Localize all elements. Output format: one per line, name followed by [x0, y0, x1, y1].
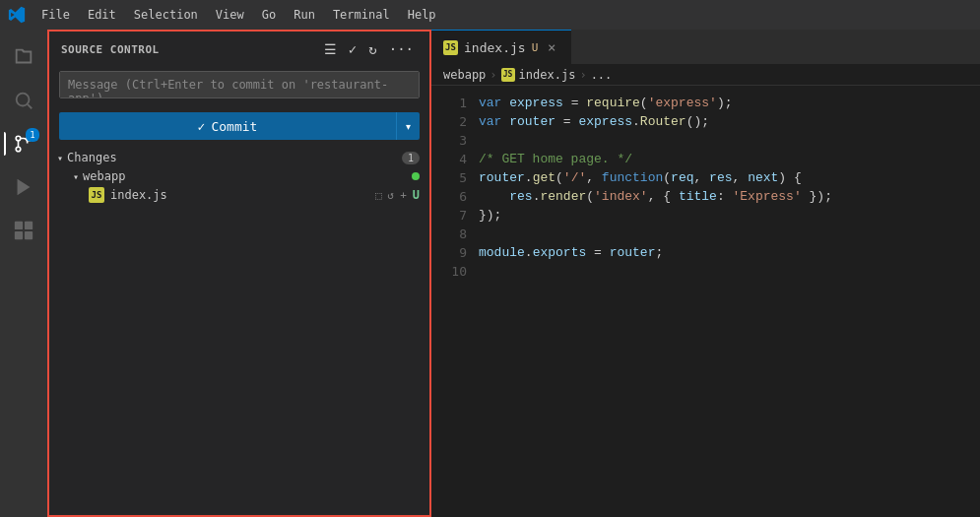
- menu-edit[interactable]: Edit: [80, 4, 124, 26]
- file-item-indexjs[interactable]: JS index.js ⬚ ↺ + U: [49, 185, 429, 205]
- tab-indexjs[interactable]: JS index.js U ×: [431, 30, 571, 64]
- menu-terminal[interactable]: Terminal: [325, 4, 398, 26]
- commit-button-label: Commit: [211, 119, 257, 134]
- extensions-activity-icon[interactable]: [4, 211, 43, 250]
- titlebar: File Edit Selection View Go Run Terminal…: [0, 0, 980, 30]
- commit-button[interactable]: ✓ Commit: [59, 112, 396, 140]
- webapp-folder-item[interactable]: ▾ webapp: [49, 167, 429, 185]
- menu-go[interactable]: Go: [254, 4, 284, 26]
- tab-js-icon: JS: [443, 40, 458, 55]
- stage-changes-icon[interactable]: +: [400, 189, 407, 202]
- code-line-7: });: [479, 206, 980, 225]
- commit-dropdown-button[interactable]: ▾: [396, 112, 420, 140]
- code-line-2: var router = express.Router();: [479, 112, 980, 131]
- file-item-left: JS index.js: [89, 187, 167, 203]
- tab-modified-badge: U: [532, 41, 539, 54]
- changes-count-badge: 1: [402, 152, 420, 164]
- svg-rect-9: [25, 231, 33, 239]
- breadcrumb-sep-1: ›: [490, 68, 496, 82]
- source-control-panel: SOURCE CONTROL ☰ ✓ ↻ ··· ✓ Commit ▾ ▾: [47, 30, 431, 517]
- sc-more-icon[interactable]: ···: [385, 39, 418, 59]
- message-area: [49, 67, 429, 106]
- run-activity-icon[interactable]: [4, 167, 43, 207]
- menu-view[interactable]: View: [208, 4, 252, 26]
- menu-run[interactable]: Run: [286, 4, 323, 26]
- commit-button-area: ✓ Commit ▾: [49, 106, 429, 146]
- svg-point-2: [16, 136, 21, 141]
- main-area: 1 SOURCE CONTROL ☰ ✓ ↻ ···: [0, 30, 980, 517]
- changes-chevron-icon: ▾: [57, 153, 63, 163]
- search-activity-icon[interactable]: [4, 81, 43, 120]
- webapp-status-dot: [412, 172, 420, 180]
- explorer-activity-icon[interactable]: [4, 37, 43, 77]
- changes-section: ▾ Changes 1 ▾ webapp JS index.js: [49, 146, 429, 207]
- source-control-header: SOURCE CONTROL ☰ ✓ ↻ ···: [49, 32, 429, 67]
- open-file-icon[interactable]: ⬚: [375, 189, 382, 202]
- code-line-10: [479, 262, 980, 281]
- discard-changes-icon[interactable]: ↺: [388, 189, 395, 202]
- commit-message-input[interactable]: [59, 71, 420, 98]
- code-editor: 1 2 3 4 5 6 7 8 9 10 var express = requi…: [431, 86, 980, 517]
- svg-line-1: [28, 104, 32, 108]
- code-line-3: [479, 131, 980, 150]
- svg-rect-7: [25, 222, 33, 229]
- code-content: var express = require('express'); var ro…: [479, 94, 980, 509]
- menu-file[interactable]: File: [33, 4, 78, 26]
- svg-point-0: [17, 94, 30, 106]
- code-line-4: /* GET home page. */: [479, 150, 980, 168]
- tab-close-button[interactable]: ×: [544, 39, 559, 55]
- breadcrumb-webapp[interactable]: webapp: [443, 68, 486, 82]
- changes-label: Changes: [67, 151, 117, 164]
- menu-bar: File Edit Selection View Go Run Terminal…: [33, 4, 444, 26]
- breadcrumb-sep-2: ›: [579, 68, 586, 82]
- untracked-badge: U: [413, 188, 420, 202]
- tab-filename: index.js: [464, 40, 526, 55]
- code-line-9: module.exports = router;: [479, 243, 980, 262]
- menu-help[interactable]: Help: [400, 4, 444, 26]
- line-numbers: 1 2 3 4 5 6 7 8 9 10: [431, 94, 479, 509]
- changes-header[interactable]: ▾ Changes 1: [49, 148, 429, 167]
- webapp-folder-label: webapp: [83, 169, 125, 183]
- code-line-1: var express = require('express');: [479, 94, 980, 112]
- sc-refresh-icon[interactable]: ↻: [364, 39, 380, 59]
- webapp-left: ▾ webapp: [73, 169, 125, 183]
- editor-area: JS index.js U × webapp › JS index.js › .…: [431, 30, 980, 517]
- breadcrumb-ellipsis[interactable]: ...: [591, 68, 613, 82]
- webapp-chevron-icon: ▾: [73, 171, 79, 182]
- tab-bar: JS index.js U ×: [431, 30, 980, 64]
- sc-list-icon[interactable]: ☰: [320, 39, 341, 59]
- svg-rect-8: [15, 231, 23, 239]
- js-file-icon: JS: [89, 187, 104, 203]
- code-line-5: router.get('/', function(req, res, next)…: [479, 168, 980, 187]
- vscode-logo: [8, 6, 26, 24]
- file-name-label: index.js: [110, 188, 167, 202]
- breadcrumb: webapp › JS index.js › ...: [431, 64, 980, 86]
- commit-checkmark-icon: ✓: [198, 119, 206, 134]
- activity-bar: 1: [0, 30, 47, 517]
- svg-point-4: [16, 147, 21, 152]
- code-line-8: [479, 225, 980, 243]
- source-control-title: SOURCE CONTROL: [61, 43, 160, 56]
- svg-marker-5: [18, 179, 31, 196]
- source-control-actions: ☰ ✓ ↻ ···: [320, 39, 418, 59]
- menu-selection[interactable]: Selection: [126, 4, 206, 26]
- svg-rect-6: [15, 222, 23, 229]
- sc-check-icon[interactable]: ✓: [345, 39, 360, 59]
- breadcrumb-filename[interactable]: index.js: [519, 68, 576, 82]
- file-actions: ⬚ ↺ + U: [375, 188, 420, 202]
- source-control-activity-icon[interactable]: 1: [4, 124, 43, 163]
- breadcrumb-js-icon: JS: [501, 68, 515, 82]
- changes-header-left: ▾ Changes: [57, 151, 117, 164]
- code-line-6: res.render('index', { title: 'Express' }…: [479, 187, 980, 206]
